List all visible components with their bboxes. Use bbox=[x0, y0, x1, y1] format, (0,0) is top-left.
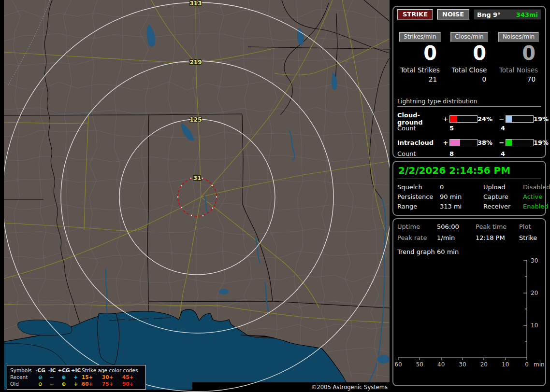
noises-per-min-button[interactable]: Noises/min bbox=[498, 32, 539, 42]
peak-time-value: 12:18 PM bbox=[476, 234, 519, 245]
y-tick-label: 30 bbox=[531, 257, 543, 264]
pos-ic-old-icon: + bbox=[70, 380, 82, 387]
copyright-text: ©2005 Astrogenic Systems bbox=[311, 384, 388, 391]
ic-plus-bar bbox=[449, 139, 478, 146]
noise-toggle-button[interactable]: NOISE bbox=[437, 9, 469, 20]
legend-row-old: Old bbox=[10, 380, 34, 387]
minus-sign: − bbox=[498, 115, 506, 123]
persistence-row: Persistence 90 min Capture Active bbox=[397, 193, 541, 203]
cg-plus-pct: 24% bbox=[478, 115, 498, 123]
range-label: Range bbox=[397, 203, 440, 212]
ic-plus-pct: 38% bbox=[478, 139, 498, 146]
plus-sign: + bbox=[442, 139, 449, 146]
ic-plus-bar-fill bbox=[450, 140, 460, 146]
map-legend: Symbols -CG -IC +CG +IC Strike age color… bbox=[7, 365, 146, 390]
peak-rate-label: Peak rate bbox=[397, 234, 437, 245]
trend-panel: Uptime 506:00 Peak time Plot Peak rate 1… bbox=[392, 218, 546, 386]
age-30: 30+ bbox=[102, 374, 122, 380]
bearing-label: Bng 9° bbox=[477, 11, 501, 18]
total-close-label: Total Close bbox=[447, 66, 492, 74]
cg-plus-bar bbox=[449, 115, 478, 123]
trend-graph-window: 60 min bbox=[437, 248, 541, 258]
close-counter: Close/min 0 Total Close 0 bbox=[447, 32, 492, 83]
age-60: 60+ bbox=[82, 380, 102, 387]
strike-toggle-button[interactable]: STRIKE bbox=[397, 9, 433, 20]
pos-ic-recent-icon: + bbox=[70, 374, 82, 380]
app-window: { "map": { "ring_labels": ["313", "219",… bbox=[0, 0, 550, 392]
cg-minus-bar bbox=[506, 115, 534, 123]
receiver-status: Enabled bbox=[523, 203, 549, 212]
count-label: Count bbox=[397, 125, 449, 132]
age-15: 15+ bbox=[82, 374, 102, 380]
range-row: Range 313 mi Receiver Enabled bbox=[397, 203, 541, 212]
uptime-label: Uptime bbox=[397, 223, 437, 234]
ic-minus-pct: 19% bbox=[534, 139, 550, 146]
total-strikes-value: 21 bbox=[397, 75, 443, 83]
strikes-counter: Strikes/min 0 Total Strikes 21 bbox=[397, 32, 443, 83]
divider bbox=[397, 179, 541, 179]
datetime-display: 2/2/2026 2:14:56 PM bbox=[397, 164, 541, 176]
neg-cg-recent-icon: ⊖ bbox=[34, 374, 46, 380]
noises-per-min-value: 0 bbox=[496, 43, 541, 63]
status-panel: 2/2/2026 2:14:56 PM Squelch 0 Upload Dis… bbox=[392, 161, 546, 216]
strikes-per-min-value: 0 bbox=[397, 43, 443, 63]
ring-label-219: 219 bbox=[189, 59, 202, 66]
cloud-ground-row: Cloud-ground + 24% − 19% bbox=[397, 112, 541, 123]
legend-row-recent: Recent bbox=[10, 374, 34, 380]
lightning-map[interactable]: 313 219 125 31 ©2005 Astrogenic Systems bbox=[4, 0, 390, 392]
intracloud-row: Intracloud + 38% − 19% bbox=[397, 137, 541, 148]
range-value: 313 mi bbox=[440, 203, 483, 212]
cg-minus-pct: 19% bbox=[534, 115, 550, 123]
intracloud-count-row: Count 8 4 bbox=[397, 148, 541, 159]
pos-cg-recent-icon: ⊕ bbox=[58, 374, 70, 380]
ic-minus-count: 4 bbox=[501, 150, 541, 157]
x-tick-label: 10 bbox=[499, 361, 512, 368]
neg-ic-old-icon: − bbox=[46, 380, 58, 387]
ic-minus-bar bbox=[506, 139, 534, 146]
ic-plus-count: 8 bbox=[449, 150, 501, 157]
neg-ic-recent-icon: − bbox=[46, 374, 58, 380]
bearing-range-display: Bng 9° 343mi bbox=[474, 9, 541, 20]
x-tick-label: 30 bbox=[456, 361, 469, 368]
strikes-per-min-button[interactable]: Strikes/min bbox=[399, 32, 440, 42]
legend-col-pos-ic: +IC bbox=[70, 367, 82, 374]
y-tick-label: 20 bbox=[531, 290, 543, 296]
cg-plus-count: 5 bbox=[449, 125, 501, 132]
upload-label: Upload bbox=[483, 183, 523, 193]
age-75: 75+ bbox=[102, 380, 122, 387]
x-axis-unit: min bbox=[534, 361, 545, 368]
ring-label-31: 31 bbox=[193, 175, 202, 182]
legend-col-neg-ic: -IC bbox=[46, 367, 58, 374]
squelch-value: 0 bbox=[440, 183, 483, 193]
y-tick-label: 10 bbox=[531, 322, 543, 329]
x-tick-label: 50 bbox=[413, 361, 426, 368]
trend-graph: 3020106050403020100min bbox=[397, 259, 541, 370]
upload-status: Disabled bbox=[523, 183, 550, 193]
close-per-min-button[interactable]: Close/min bbox=[450, 32, 488, 42]
squelch-label: Squelch bbox=[397, 183, 440, 193]
legend-col-pos-cg: +CG bbox=[58, 367, 70, 374]
legend-col-neg-cg: -CG bbox=[34, 367, 46, 374]
uptime-row: Uptime 506:00 Peak time Plot bbox=[397, 223, 541, 234]
cloud-ground-label: Cloud-ground bbox=[397, 112, 442, 126]
x-tick-label: 60 bbox=[392, 361, 405, 368]
cloud-ground-count-row: Count 5 4 bbox=[397, 123, 541, 134]
x-tick-label: 20 bbox=[478, 361, 490, 368]
lightning-distribution: Lightning type distribution Cloud-ground… bbox=[397, 98, 541, 159]
ic-minus-bar-fill bbox=[506, 140, 512, 146]
plot-mode-value: Strike bbox=[519, 234, 541, 245]
close-per-min-value: 0 bbox=[447, 43, 492, 63]
x-tick-label: 0 bbox=[521, 361, 533, 368]
legend-symbols-header: Symbols bbox=[10, 367, 34, 374]
total-close-value: 0 bbox=[447, 75, 492, 83]
ring-label-313: 313 bbox=[189, 0, 202, 7]
map-area[interactable]: 313 219 125 31 ©2005 Astrogenic Systems … bbox=[4, 0, 390, 392]
pos-cg-old-icon: ⊕ bbox=[58, 380, 70, 387]
noises-counter: Noises/min 0 Total Noises 70 bbox=[496, 32, 541, 83]
peak-rate-row: Peak rate 1/min 12:18 PM Strike bbox=[397, 234, 541, 245]
trend-graph-label: Trend graph bbox=[397, 248, 437, 258]
total-noises-label: Total Noises bbox=[496, 66, 541, 74]
ring-label-125: 125 bbox=[189, 116, 202, 123]
receiver-label: Receiver bbox=[483, 203, 523, 212]
uptime-value: 506:00 bbox=[437, 223, 476, 234]
